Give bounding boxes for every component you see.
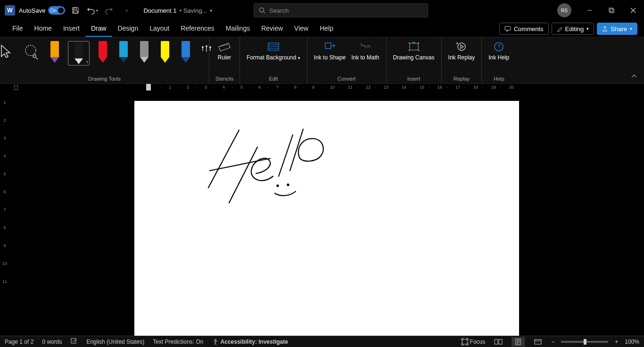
lasso-select-tool[interactable] bbox=[22, 41, 41, 63]
zoom-slider[interactable] bbox=[561, 341, 608, 343]
svg-text:?: ? bbox=[497, 43, 501, 50]
zoom-level[interactable]: 100% bbox=[625, 339, 639, 345]
ink-help-button[interactable]: ? Ink Help bbox=[486, 39, 512, 73]
zoom-out-button[interactable]: − bbox=[551, 339, 554, 345]
save-icon[interactable] bbox=[69, 4, 82, 17]
close-button[interactable] bbox=[622, 3, 644, 18]
ruler-tick: 1 bbox=[169, 85, 171, 90]
search-input[interactable]: Search bbox=[254, 3, 428, 17]
tab-design[interactable]: Design bbox=[112, 22, 144, 37]
spellcheck-icon[interactable] bbox=[70, 338, 78, 346]
document-name[interactable]: Document 1 bbox=[143, 7, 176, 14]
collapse-ribbon-button[interactable] bbox=[631, 72, 637, 81]
pen-tip bbox=[119, 57, 128, 63]
pen-tool-1[interactable]: ▾ bbox=[68, 41, 90, 66]
document-page[interactable] bbox=[134, 101, 519, 336]
ink-drawing bbox=[134, 101, 519, 242]
pen-tool-5[interactable] bbox=[157, 41, 173, 66]
ink-to-shape-button[interactable]: Ink to Shape bbox=[311, 39, 348, 73]
pen-tool-4[interactable] bbox=[137, 41, 152, 66]
share-button[interactable]: Share ▾ bbox=[597, 23, 637, 35]
ruler-v-tick: 2 bbox=[3, 111, 6, 129]
status-accessibility[interactable]: Accessibility: Investigate bbox=[212, 339, 288, 345]
comments-label: Comments bbox=[514, 25, 544, 33]
ruler-v-tick: 8 bbox=[3, 219, 6, 237]
chevron-down-icon[interactable]: ▾ bbox=[210, 8, 212, 13]
status-words[interactable]: 0 words bbox=[42, 339, 62, 345]
pen-tip bbox=[140, 57, 149, 63]
minimize-button[interactable] bbox=[579, 3, 601, 18]
comments-button[interactable]: Comments bbox=[499, 23, 549, 35]
ruler-button[interactable]: Ruler bbox=[213, 39, 236, 73]
tab-references[interactable]: References bbox=[175, 22, 220, 37]
horizontal-ruler[interactable]: 1·2·3·4·5·6·7·8·9·10·11·12·13·14·15·16·1… bbox=[24, 84, 644, 91]
pen-tool-6[interactable] bbox=[178, 41, 193, 66]
ink-to-shape-label: Ink to Shape bbox=[314, 54, 346, 61]
status-language[interactable]: English (United States) bbox=[86, 339, 144, 345]
tab-insert[interactable]: Insert bbox=[58, 22, 85, 37]
pen-tool-3[interactable] bbox=[116, 41, 131, 66]
pen-tip bbox=[74, 58, 83, 64]
chevron-down-icon: ▾ bbox=[630, 26, 632, 31]
group-label-insert: Insert bbox=[407, 76, 421, 83]
ruler-tick: 14 bbox=[402, 85, 406, 90]
drawing-canvas-button[interactable]: Drawing Canvas bbox=[390, 39, 438, 73]
qat-customize-button[interactable]: ▿ bbox=[120, 4, 133, 17]
tab-file[interactable]: File bbox=[7, 22, 29, 37]
pen-tool-0[interactable] bbox=[47, 41, 62, 66]
ink-to-math-button[interactable]: π Ink to Math bbox=[348, 39, 382, 73]
zoom-in-button[interactable]: + bbox=[615, 339, 618, 345]
vertical-ruler[interactable]: 1234567891011 bbox=[0, 91, 9, 336]
maximize-button[interactable] bbox=[601, 3, 622, 18]
print-layout-button[interactable] bbox=[512, 337, 525, 347]
tab-view[interactable]: View bbox=[289, 22, 314, 37]
web-layout-button[interactable] bbox=[531, 337, 545, 347]
tab-draw[interactable]: Draw bbox=[85, 22, 112, 37]
svg-point-9 bbox=[202, 47, 203, 48]
drawing-canvas-label: Drawing Canvas bbox=[393, 54, 435, 61]
tab-home[interactable]: Home bbox=[29, 22, 58, 37]
svg-point-7 bbox=[25, 45, 36, 56]
ruler-v-tick: 3 bbox=[3, 129, 6, 147]
tab-mailings[interactable]: Mailings bbox=[220, 22, 256, 37]
ruler-tick: 6 bbox=[258, 85, 261, 90]
indent-marker[interactable] bbox=[146, 84, 151, 91]
group-label-drawing-tools: Drawing Tools bbox=[88, 76, 121, 83]
ink-replay-button[interactable]: Ink Replay bbox=[446, 39, 478, 73]
tab-review[interactable]: Review bbox=[256, 22, 289, 37]
format-background-button[interactable]: Format Background ▾ bbox=[244, 39, 303, 73]
ink-help-label: Ink Help bbox=[488, 54, 509, 61]
status-text-predictions[interactable]: Text Predictions: On bbox=[153, 339, 203, 345]
chevron-down-icon: ▾ bbox=[86, 60, 88, 64]
search-icon bbox=[259, 7, 265, 14]
format-background-label: Format Background ▾ bbox=[247, 54, 300, 61]
group-label-edit: Edit bbox=[269, 76, 278, 83]
status-page[interactable]: Page 1 of 2 bbox=[5, 339, 33, 345]
autosave-toggle[interactable]: On bbox=[48, 6, 65, 15]
chevron-down-icon: ▾ bbox=[96, 8, 98, 13]
svg-rect-24 bbox=[462, 339, 467, 344]
read-mode-button[interactable] bbox=[492, 337, 505, 347]
tab-layout[interactable]: Layout bbox=[144, 22, 175, 37]
undo-button[interactable]: ▾ bbox=[86, 4, 99, 17]
tab-help[interactable]: Help bbox=[314, 22, 339, 37]
word-app-icon: W bbox=[5, 5, 15, 16]
pen-tool-2[interactable] bbox=[95, 41, 110, 66]
ruler-tick: 12 bbox=[366, 85, 371, 90]
ink-replay-icon bbox=[455, 41, 468, 52]
redo-button[interactable] bbox=[103, 4, 116, 17]
zoom-thumb[interactable] bbox=[584, 339, 586, 345]
ruler-v-tick: 10 bbox=[2, 255, 7, 273]
ruler-tick: 9 bbox=[312, 85, 314, 90]
editing-mode-button[interactable]: Editing ▾ bbox=[552, 23, 594, 35]
focus-mode-button[interactable]: Focus bbox=[462, 339, 486, 345]
select-tool[interactable] bbox=[0, 41, 15, 63]
ruler-label: Ruler bbox=[218, 54, 231, 61]
svg-rect-26 bbox=[499, 339, 502, 344]
pen-body bbox=[161, 41, 169, 57]
user-avatar[interactable]: RS bbox=[557, 3, 571, 17]
document-area[interactable] bbox=[9, 91, 644, 336]
tab-selector[interactable] bbox=[14, 85, 18, 90]
svg-rect-14 bbox=[325, 43, 331, 49]
focus-icon bbox=[462, 339, 468, 345]
